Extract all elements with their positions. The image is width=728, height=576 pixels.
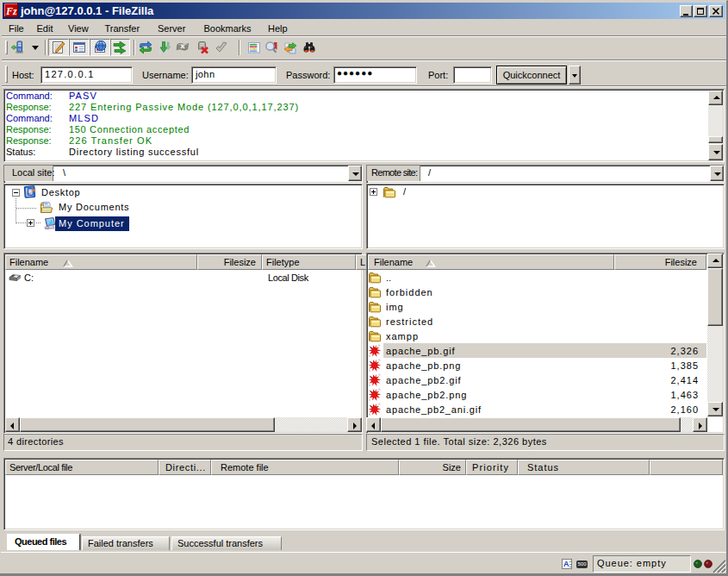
- svg-text:Fz: Fz: [5, 5, 17, 17]
